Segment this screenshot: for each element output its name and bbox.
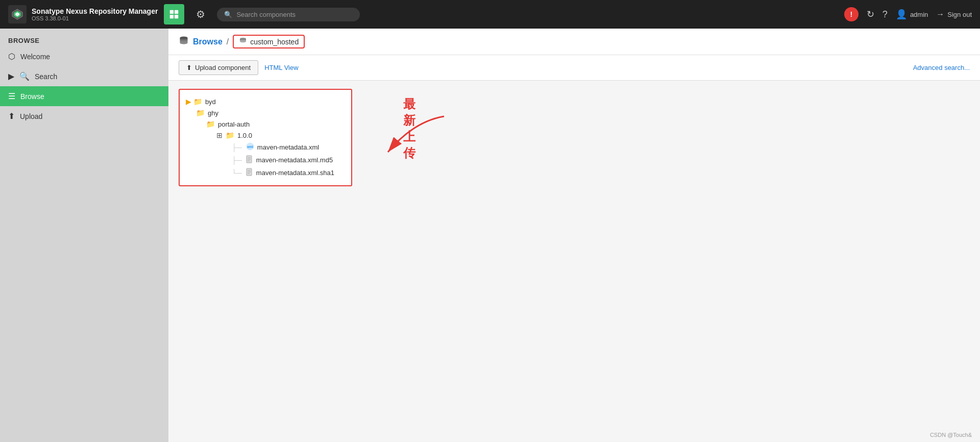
sidebar-item-upload[interactable]: ⬆ Upload [0,106,168,126]
expand-icon-100: ⊞ [216,131,223,139]
tree-node-maven-sha1[interactable]: └─ maven-metadata.xml.sha1 [232,166,345,179]
sidebar-search-label: Search [35,72,57,81]
brand-subtitle: OSS 3.38.0-01 [32,15,158,21]
alert-badge[interactable]: ! [844,7,859,21]
sidebar-browse-label: Browse [20,92,44,101]
navbar-right: ! ↻ ? 👤 admin → Sign out [844,7,972,21]
sidebar: Browse ⬡ Welcome ▶ 🔍 Search ☰ Browse ⬆ U… [0,29,168,442]
browse-nav-btn[interactable] [164,4,184,24]
brand-logo [8,5,27,23]
tree-node-ghy[interactable]: 📁 ghy [196,107,345,118]
tree-node-portal-auth[interactable]: 📁 portal-auth [206,118,345,130]
sidebar-upload-label: Upload [20,112,42,120]
user-info[interactable]: 👤 admin [896,9,928,20]
tree-label-maven-md5: maven-metadata.xml.md5 [256,156,333,164]
search-icon: 🔍 [224,11,232,18]
tree-node-maven-md5[interactable]: ├─ maven-metadata.xml.md5 [232,154,345,166]
search-placeholder: Search components [236,11,296,18]
user-icon: 👤 [896,9,907,20]
upload-btn-icon: ⬆ [186,64,192,71]
welcome-icon: ⬡ [8,52,15,61]
tree-line-md5: ├─ [232,156,242,164]
svg-text:xml: xml [247,145,253,149]
svg-rect-3 [170,10,174,14]
breadcrumb: Browse / custom_hosted [168,29,980,55]
brand-text: Sonatype Nexus Repository Manager OSS 3.… [32,7,158,21]
brand-title: Sonatype Nexus Repository Manager [32,7,158,15]
file-icon-md5 [246,155,253,165]
tree-node-byd[interactable]: ▶ 📁 byd [186,96,345,107]
folder-icon-byd: ▶ 📁 [186,97,202,106]
refresh-icon[interactable]: ↻ [867,9,874,20]
settings-btn[interactable]: ⚙ [190,4,211,24]
app-layout: Browse ⬡ Welcome ▶ 🔍 Search ☰ Browse ⬆ U… [0,29,980,442]
toolbar: ⬆ Upload component HTML View Advanced se… [168,55,980,81]
sidebar-item-welcome[interactable]: ⬡ Welcome [0,46,168,66]
sidebar-section-title: Browse [0,33,168,46]
browse-icon: ☰ [8,91,15,101]
breadcrumb-separator: / [227,37,229,46]
sidebar-item-search[interactable]: ▶ 🔍 Search [0,66,168,86]
sign-out-label: Sign out [947,11,972,18]
footer: CSDN @Touch& [930,432,972,438]
advanced-search-link[interactable]: Advanced search... [913,64,970,71]
current-repo-name: custom_hosted [250,38,299,46]
xml-icon: xml [246,142,254,152]
sign-out-btn[interactable]: → Sign out [936,10,972,19]
footer-text: CSDN @Touch& [930,432,972,438]
upload-btn-label: Upload component [195,64,251,71]
file-icon-sha1 [246,168,253,178]
sidebar-welcome-label: Welcome [20,53,50,61]
tree-label-100: 1.0.0 [237,132,252,139]
upload-component-btn[interactable]: ⬆ Upload component [179,60,258,75]
search-bar[interactable]: 🔍 Search components [217,8,360,21]
username: admin [910,11,928,18]
annotation-arrow [373,111,454,157]
tree-label-portal-auth: portal-auth [218,120,250,128]
search-magnifier-icon: 🔍 [19,71,30,81]
folder-icon-100: 📁 [226,131,234,139]
upload-icon: ⬆ [8,111,15,121]
tree-label-ghy: ghy [208,109,218,117]
folder-icon-portal-auth: 📁 [206,120,215,128]
sign-out-icon: → [936,10,944,19]
html-view-link[interactable]: HTML View [264,64,298,71]
navbar: Sonatype Nexus Repository Manager OSS 3.… [0,0,980,29]
tree-node-maven-xml[interactable]: ├─ xml maven-metadata.xml [232,141,345,154]
tree-label-maven-xml: maven-metadata.xml [257,143,319,151]
brand: Sonatype Nexus Repository Manager OSS 3.… [8,5,158,23]
tree-line-xml: ├─ [232,143,242,152]
tree-node-100[interactable]: ⊞ 📁 1.0.0 [216,130,345,141]
tree-label-byd: byd [205,98,216,106]
file-tree-box: ▶ 📁 byd 📁 ghy 📁 portal-auth ⊞ 📁 [179,89,352,186]
breadcrumb-browse[interactable]: Browse [193,37,223,46]
help-icon[interactable]: ? [883,9,888,20]
sidebar-item-browse[interactable]: ☰ Browse [0,86,168,106]
svg-rect-5 [170,15,174,18]
main-content: Browse / custom_hosted ⬆ Upload componen… [168,29,980,442]
svg-rect-4 [175,10,178,14]
breadcrumb-db-icon [179,35,189,48]
file-tree-container: ▶ 📁 byd 📁 ghy 📁 portal-auth ⊞ 📁 [168,81,980,194]
tree-label-maven-sha1: maven-metadata.xml.sha1 [256,169,334,177]
folder-icon-ghy: 📁 [196,109,205,117]
svg-rect-6 [175,15,178,18]
search-nav-icon: ▶ [8,71,14,81]
tree-line-sha1: └─ [232,169,242,177]
breadcrumb-current: custom_hosted [233,35,305,48]
db-small-icon [239,37,247,46]
